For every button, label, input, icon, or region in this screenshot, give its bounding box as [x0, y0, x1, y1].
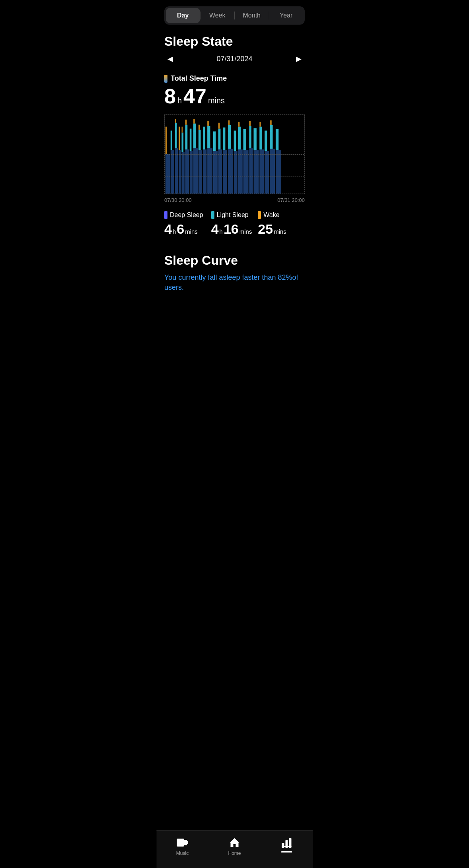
svg-rect-43	[243, 150, 249, 194]
sleep-chart	[164, 114, 305, 194]
tab-month[interactable]: Month	[235, 8, 269, 23]
light-sleep-legend: Light Sleep 4 h 16 mins	[211, 211, 258, 237]
svg-rect-45	[249, 148, 253, 194]
total-sleep-section: Total Sleep Time 8 h 47 mins	[164, 74, 305, 107]
wake-legend: Wake 25 mins	[258, 211, 305, 237]
svg-rect-39	[234, 131, 236, 151]
total-sleep-mins-unit: mins	[208, 96, 225, 105]
svg-rect-58	[276, 150, 281, 194]
svg-rect-54	[265, 131, 267, 151]
chart-line-bot	[165, 176, 304, 176]
sleep-curve-section: Sleep Curve You currently fall asleep fa…	[164, 253, 305, 293]
svg-rect-6	[175, 119, 176, 123]
svg-rect-12	[185, 149, 189, 194]
svg-rect-55	[270, 149, 275, 194]
deep-sleep-color	[164, 211, 167, 219]
svg-rect-33	[223, 150, 227, 194]
svg-rect-57	[270, 120, 272, 125]
svg-rect-49	[254, 128, 257, 150]
light-sleep-label: Light Sleep	[217, 211, 249, 219]
chart-line-top	[165, 131, 304, 131]
svg-rect-35	[228, 149, 233, 194]
svg-rect-41	[238, 127, 241, 149]
deep-sleep-mins-unit: mins	[185, 228, 198, 235]
svg-rect-47	[249, 121, 251, 126]
light-sleep-hours-unit: h	[220, 228, 223, 235]
svg-rect-37	[228, 120, 230, 125]
deep-sleep-legend: Deep Sleep 4 h 6 mins	[164, 211, 211, 237]
deep-sleep-hours-unit: h	[173, 228, 176, 235]
svg-rect-4	[175, 148, 178, 194]
tab-day[interactable]: Day	[166, 8, 200, 23]
light-sleep-hours: 4	[211, 221, 219, 237]
light-sleep-value: 4 h 16 mins	[211, 221, 258, 237]
sleep-curve-subtitle: You currently fall asleep faster than 82…	[164, 273, 305, 293]
deep-sleep-value: 4 h 6 mins	[164, 221, 211, 237]
svg-rect-11	[181, 127, 183, 133]
svg-rect-14	[185, 120, 187, 125]
total-sleep-value: 8 h 47 mins	[164, 86, 305, 107]
svg-rect-28	[213, 151, 218, 194]
chart-start-label: 07/30 20:00	[164, 197, 192, 203]
svg-rect-3	[171, 131, 172, 151]
svg-rect-5	[175, 123, 177, 148]
tab-bar: Day Week Month Year	[164, 6, 305, 25]
chart-time-labels: 07/30 20:00 07/31 20:00	[164, 197, 305, 203]
wake-mins-unit: mins	[274, 228, 286, 235]
light-sleep-mins-unit: mins	[239, 228, 252, 235]
svg-rect-29	[213, 132, 216, 151]
svg-rect-2	[171, 150, 174, 194]
svg-rect-23	[203, 149, 206, 194]
svg-rect-56	[270, 125, 272, 149]
tab-year[interactable]: Year	[269, 8, 304, 23]
section-divider	[164, 245, 305, 245]
svg-rect-51	[259, 127, 262, 149]
svg-rect-20	[198, 150, 202, 194]
svg-rect-38	[234, 151, 237, 194]
svg-rect-53	[265, 151, 269, 194]
svg-rect-48	[254, 150, 259, 194]
svg-rect-31	[218, 129, 221, 149]
svg-rect-36	[228, 125, 231, 149]
svg-rect-21	[198, 130, 201, 150]
svg-rect-24	[203, 127, 205, 149]
deep-sleep-mins: 6	[177, 221, 184, 237]
svg-rect-59	[276, 129, 278, 150]
svg-rect-16	[190, 129, 192, 151]
total-sleep-hours-unit: h	[177, 96, 182, 105]
light-sleep-label-row: Light Sleep	[211, 211, 258, 219]
svg-rect-26	[207, 126, 210, 148]
svg-rect-9	[181, 152, 184, 194]
svg-rect-42	[238, 122, 240, 127]
date-nav: ◀ 07/31/2024 ▶	[164, 53, 305, 65]
svg-rect-10	[181, 133, 183, 153]
wake-label: Wake	[263, 211, 279, 219]
svg-rect-40	[238, 149, 243, 194]
svg-rect-18	[193, 124, 196, 148]
svg-rect-0	[165, 154, 170, 194]
tab-week[interactable]: Week	[200, 8, 235, 23]
svg-rect-22	[198, 125, 200, 130]
date-label: 07/31/2024	[216, 55, 252, 63]
wake-value: 25 mins	[258, 221, 305, 237]
total-sleep-hours: 8	[164, 86, 176, 107]
total-sleep-color-badge	[164, 75, 167, 83]
total-sleep-mins: 47	[183, 86, 206, 107]
svg-rect-44	[243, 129, 246, 150]
svg-rect-17	[193, 148, 198, 194]
svg-rect-13	[185, 125, 188, 149]
wake-color	[258, 211, 261, 219]
chart-end-label: 07/31 20:00	[277, 197, 305, 203]
next-date-button[interactable]: ▶	[293, 53, 305, 65]
svg-rect-15	[190, 151, 193, 194]
svg-rect-7	[179, 150, 181, 194]
prev-date-button[interactable]: ◀	[164, 53, 176, 65]
deep-sleep-label-row: Deep Sleep	[164, 211, 211, 219]
deep-sleep-label: Deep Sleep	[170, 211, 203, 219]
section-title: Sleep State	[164, 34, 305, 49]
deep-sleep-hours: 4	[164, 221, 172, 237]
svg-rect-52	[259, 122, 261, 127]
svg-rect-32	[218, 123, 220, 129]
svg-rect-25	[207, 148, 212, 194]
light-sleep-mins: 16	[224, 221, 239, 237]
